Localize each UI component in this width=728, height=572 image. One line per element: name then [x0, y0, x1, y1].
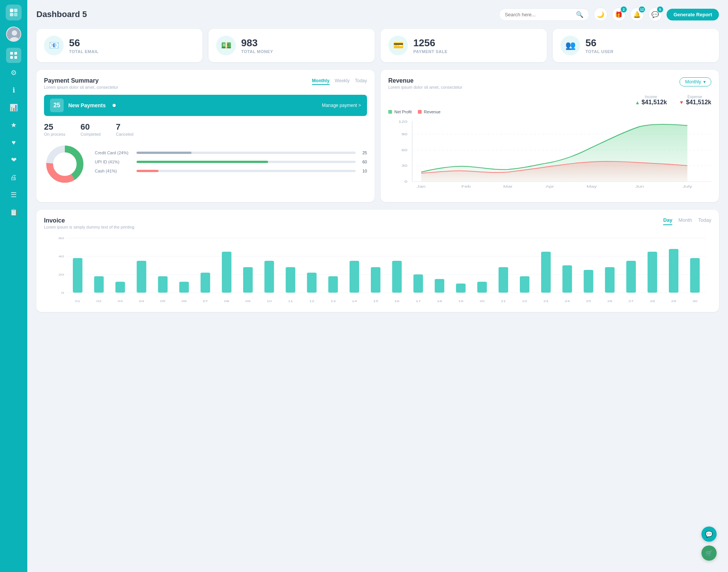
invoice-bar [137, 261, 146, 293]
sidebar-item-dashboard[interactable] [6, 48, 21, 63]
stat-card-user: 👥 56 TOTAL USER [553, 29, 719, 62]
invoice-bar [413, 274, 423, 293]
chat-badge: 5 [657, 6, 663, 13]
sidebar-item-menu[interactable]: ☰ [6, 187, 21, 202]
invoice-bar [94, 276, 104, 293]
payment-stat-completed: 60Completed [80, 122, 100, 136]
invoice-x-label: 23 [543, 300, 549, 303]
income-item: Income ▲ $41,512k [635, 95, 667, 106]
progress-item: Credit Card (24%) 25 [95, 150, 367, 155]
sidebar-item-heart2[interactable]: ❤ [6, 152, 21, 168]
income-arrow-icon: ▲ [635, 100, 640, 105]
revenue-subtitle: Lorem ipsum dolor sit amet, consectetur [388, 85, 463, 89]
gift-icon-btn[interactable]: 🎁 2 [612, 8, 626, 21]
sidebar-item-heart[interactable]: ♥ [6, 135, 21, 150]
invoice-tab-today[interactable]: Today [698, 217, 711, 225]
svg-text:30: 30 [402, 164, 408, 168]
chevron-down-icon: ▾ [703, 79, 706, 85]
search-input[interactable] [505, 12, 573, 17]
stat-info-email: 56 TOTAL EMAIL [69, 37, 99, 53]
legend-dot [388, 110, 392, 114]
svg-rect-8 [14, 52, 17, 55]
invoice-x-label: 30 [692, 300, 698, 303]
expense-value: $41,512k [686, 99, 711, 105]
svg-rect-7 [10, 52, 13, 55]
prog-bar-fill [136, 152, 191, 154]
legend-item: Net Profit [388, 110, 412, 114]
svg-text:90: 90 [402, 132, 408, 136]
search-bar[interactable]: 🔍 [499, 8, 589, 21]
invoice-x-label: 08 [224, 300, 229, 303]
content-row: Payment Summary Lorem ipsum dolor sit am… [36, 70, 719, 202]
invoice-bar [541, 252, 551, 293]
stat-value-money: 983 [241, 37, 273, 49]
revenue-monthly-dropdown[interactable]: Monthly ▾ [679, 77, 711, 86]
invoice-x-label: 20 [480, 300, 485, 303]
payment-summary-title-group: Payment Summary Lorem ipsum dolor sit am… [44, 77, 118, 89]
stat-card-money: 💵 983 TOTAL MONEY [209, 29, 375, 62]
svg-text:40: 40 [58, 254, 64, 258]
new-payments-count: 25 [50, 99, 64, 112]
bell-icon-btn[interactable]: 🔔 12 [630, 8, 644, 21]
payment-stats-row: 25On process60Completed7Canceled [44, 122, 367, 136]
revenue-card: Revenue Lorem ipsum dolor sit amet, cons… [381, 70, 719, 202]
invoice-bar [392, 261, 402, 293]
stat-label-payment: PAYMENT SALE [413, 49, 447, 54]
support-fab[interactable]: 💬 [701, 527, 717, 542]
svg-text:120: 120 [399, 120, 408, 124]
invoice-x-label: 27 [629, 300, 634, 303]
tab-monthly[interactable]: Monthly [312, 77, 329, 85]
search-icon: 🔍 [576, 11, 584, 18]
new-payments-label: New Payments [68, 102, 106, 108]
invoice-bar [179, 282, 189, 293]
sidebar-item-print[interactable]: 🖨 [6, 170, 21, 185]
invoice-x-label: 26 [607, 300, 612, 303]
invoice-tab-month[interactable]: Month [678, 217, 692, 225]
sidebar-logo[interactable] [6, 5, 22, 20]
payment-summary-tabs: Monthly Weekly Today [312, 77, 367, 85]
invoice-bar [158, 276, 168, 293]
svg-text:Apr: Apr [546, 185, 554, 189]
income-value: $41,512k [642, 99, 667, 105]
fab-wrapper: 💬 🛒 [701, 527, 717, 561]
invoice-bar [286, 267, 295, 293]
stat-value-payment: 1256 [413, 37, 447, 49]
avatar[interactable] [6, 27, 21, 42]
invoice-tab-day[interactable]: Day [663, 217, 672, 225]
svg-text:60: 60 [402, 148, 408, 152]
header: Dashboard 5 🔍 🌙 🎁 2 🔔 12 💬 5 Generate Re… [36, 8, 719, 21]
tab-today[interactable]: Today [355, 77, 367, 85]
invoice-bar [328, 276, 338, 293]
invoice-bar [669, 249, 678, 293]
invoice-x-label: 28 [650, 300, 655, 303]
chat-icon-btn[interactable]: 💬 5 [648, 8, 662, 21]
invoice-bar [499, 267, 508, 293]
legend-dot [418, 110, 422, 114]
invoice-x-label: 13 [331, 300, 336, 303]
payment-summary-card: Payment Summary Lorem ipsum dolor sit am… [36, 70, 375, 202]
sidebar-item-settings[interactable]: ⚙ [6, 65, 21, 80]
payment-summary-subtitle: Lorem ipsum dolor sit amet, consectetur [44, 85, 118, 89]
new-payments-left: 25 New Payments [50, 99, 116, 112]
generate-report-button[interactable]: Generate Report [667, 9, 719, 20]
invoice-bar [115, 282, 125, 293]
cart-fab[interactable]: 🛒 [701, 545, 717, 561]
prog-bar-bg [136, 152, 356, 154]
sidebar-item-analytics[interactable]: 📊 [6, 100, 21, 115]
stat-info-payment: 1256 PAYMENT SALE [413, 37, 447, 53]
legend-item: Revenue [418, 110, 441, 114]
sidebar-item-list[interactable]: 📋 [6, 205, 21, 220]
prog-bar-bg [136, 161, 356, 163]
svg-text:Jan: Jan [417, 185, 425, 189]
invoice-bar [307, 273, 317, 293]
revenue-legend: Net Profit Revenue [388, 110, 711, 114]
theme-toggle[interactable]: 🌙 [594, 8, 607, 21]
new-payments-bar: 25 New Payments Manage payment > [44, 95, 367, 116]
sidebar-item-star[interactable]: ★ [6, 118, 21, 133]
prog-bar-fill [136, 161, 268, 163]
svg-text:20: 20 [58, 273, 64, 276]
sidebar-item-info[interactable]: ℹ [6, 83, 21, 98]
svg-text:May: May [587, 185, 597, 189]
manage-payment-link[interactable]: Manage payment > [322, 103, 361, 108]
tab-weekly[interactable]: Weekly [335, 77, 350, 85]
